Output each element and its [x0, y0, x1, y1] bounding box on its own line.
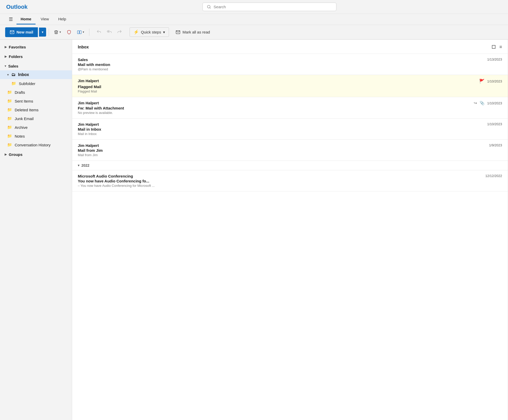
forwarded-icon: ↪ — [474, 101, 477, 105]
sidebar-item-drafts[interactable]: 📁 Drafts — [0, 88, 72, 97]
email-preview: Flagged Mail — [78, 89, 502, 93]
email-subject: Mail from Jim — [78, 148, 502, 153]
groups-expand-icon: ▶ — [5, 153, 7, 156]
nav-row: ☰ Home View Help — [0, 14, 508, 25]
email-sender: Sales — [78, 57, 88, 62]
email-sender: Jim Halpert — [78, 79, 99, 83]
email-meta: 1/9/2023 — [489, 143, 502, 147]
year-group[interactable]: ▾ 2022 — [72, 161, 508, 170]
email-row1: Jim Halpert 🚩 1/10/2023 — [78, 79, 502, 84]
sales-header[interactable]: ▾ Sales — [0, 62, 72, 70]
email-row1: Jim Halpert ↪ 📎 1/10/2023 — [78, 101, 502, 105]
email-item[interactable]: Jim Halpert 🚩 1/10/2023 Flagged Mail Fla… — [72, 75, 508, 97]
email-item[interactable]: Sales 1/13/2023 Mail with mention @Pam i… — [72, 54, 508, 75]
hamburger-button[interactable]: ☰ — [6, 14, 15, 25]
sidebar-item-junk[interactable]: 📁 Junk Email — [0, 114, 72, 123]
email-row1: Jim Halpert 1/9/2023 — [78, 143, 502, 148]
inbox-header: Inbox ☐ ≡ — [72, 40, 508, 54]
sidebar-item-conversation-history[interactable]: 📁 Conversation History — [0, 140, 72, 149]
quick-steps-button[interactable]: ⚡ Quick steps ▾ — [130, 27, 169, 37]
forward-button[interactable] — [115, 27, 124, 37]
email-item[interactable]: Jim Halpert 1/9/2023 Mail from Jim Mail … — [72, 140, 508, 161]
email-subject: Flagged Mail — [78, 85, 502, 89]
email-meta: 1/10/2023 — [487, 122, 502, 126]
reply-button[interactable] — [94, 27, 104, 37]
deleted-folder-icon: 📁 — [7, 107, 12, 112]
forward-icon — [117, 29, 122, 34]
lightning-icon: ⚡ — [133, 29, 139, 35]
search-input[interactable] — [214, 5, 332, 9]
favorites-expand-icon: ▶ — [5, 45, 7, 49]
svg-rect-3 — [78, 31, 79, 34]
sidebar-item-inbox[interactable]: ▾ 🗂 Inbox — [0, 70, 72, 79]
sales-expand-icon: ▾ — [5, 64, 6, 68]
email-preview: Mail from Jim — [78, 153, 502, 157]
tab-view[interactable]: View — [37, 14, 53, 24]
inbox-folder-icon: 🗂 — [11, 72, 15, 77]
reply-all-icon — [107, 29, 112, 34]
trash-icon — [54, 30, 58, 35]
action-toolbar: New mail ▾ ▾ ▾ — [0, 25, 508, 40]
email-sender: Microsoft Audio Conferencing — [78, 174, 133, 178]
reply-buttons — [94, 27, 124, 37]
envelope-icon — [10, 30, 14, 35]
drafts-folder-icon: 📁 — [7, 90, 12, 95]
junk-folder-icon: 📁 — [7, 116, 12, 121]
email-sender: Jim Halpert — [78, 122, 99, 127]
select-all-icon[interactable]: ☐ — [492, 44, 496, 50]
favorites-header[interactable]: ▶ Favorites — [0, 43, 72, 51]
notes-folder-icon: 📁 — [7, 134, 12, 138]
favorites-section: ▶ Favorites — [0, 43, 72, 51]
folders-header[interactable]: ▶ Folders — [0, 52, 72, 61]
sidebar-item-sent[interactable]: 📁 Sent Items — [0, 97, 72, 105]
subfolder-icon: 📁 — [11, 81, 16, 86]
search-bar — [202, 3, 336, 11]
main-layout: ▶ Favorites ▶ Folders ▾ Sales ▾ 🗂 Inbox … — [0, 40, 508, 420]
email-meta: 12/12/2022 — [485, 174, 502, 178]
email-date: 12/12/2022 — [485, 174, 502, 178]
email-preview: No preview is available. — [78, 111, 502, 115]
email-row1: Jim Halpert 1/10/2023 — [78, 122, 502, 127]
sidebar-item-notes[interactable]: 📁 Notes — [0, 132, 72, 140]
quick-steps-arrow: ▾ — [163, 30, 165, 35]
attachment-icon: 📎 — [480, 101, 485, 105]
inbox-title: Inbox — [78, 45, 89, 49]
move-button[interactable]: ▾ — [75, 28, 87, 36]
move-icon — [77, 30, 82, 35]
move-dropdown-arrow: ▾ — [83, 30, 84, 34]
email-subject: Mail with mention — [78, 62, 502, 67]
email-item[interactable]: Jim Halpert 1/10/2023 Mail in Inbox Mail… — [72, 119, 508, 140]
email-item[interactable]: Jim Halpert ↪ 📎 1/10/2023 Fw: Mail with … — [72, 97, 508, 119]
tab-home[interactable]: Home — [16, 14, 36, 24]
envelope-read-icon — [176, 30, 180, 35]
app-title: Outlook — [6, 4, 32, 10]
svg-rect-4 — [80, 31, 81, 34]
email-preview: Mail in Inbox — [78, 132, 502, 136]
folders-section: ▶ Folders — [0, 52, 72, 61]
email-date: 1/10/2023 — [487, 101, 502, 105]
email-item[interactable]: Microsoft Audio Conferencing 12/12/2022 … — [72, 170, 508, 191]
sidebar-item-deleted[interactable]: 📁 Deleted Items — [0, 105, 72, 114]
new-mail-dropdown-button[interactable]: ▾ — [39, 28, 46, 37]
archive-folder-icon: 📁 — [7, 125, 12, 130]
toolbar-separator-1 — [49, 29, 49, 36]
mark-all-read-button[interactable]: Mark all as read — [172, 28, 214, 36]
delete-button[interactable]: ▾ — [52, 28, 63, 36]
email-preview: – You now have Audio Conferencing for Mi… — [78, 184, 502, 188]
reply-all-button[interactable] — [104, 27, 114, 37]
sidebar: ▶ Favorites ▶ Folders ▾ Sales ▾ 🗂 Inbox … — [0, 40, 72, 420]
email-date: 1/10/2023 — [487, 122, 502, 126]
new-mail-button[interactable]: New mail — [5, 27, 38, 37]
sidebar-item-archive[interactable]: 📁 Archive — [0, 123, 72, 132]
groups-header[interactable]: ▶ Groups — [0, 150, 72, 159]
filter-icon[interactable]: ≡ — [499, 44, 502, 50]
email-row1: Microsoft Audio Conferencing 12/12/2022 — [78, 174, 502, 178]
email-date: 1/13/2023 — [487, 57, 502, 61]
conversation-folder-icon: 📁 — [7, 142, 12, 147]
tab-help[interactable]: Help — [54, 14, 70, 24]
email-date: 1/10/2023 — [487, 79, 502, 83]
shield-button[interactable] — [64, 28, 74, 36]
search-icon — [207, 5, 211, 9]
year-collapse-icon: ▾ — [78, 164, 79, 167]
sidebar-item-subfolder[interactable]: 📁 Subfolder — [0, 79, 72, 88]
